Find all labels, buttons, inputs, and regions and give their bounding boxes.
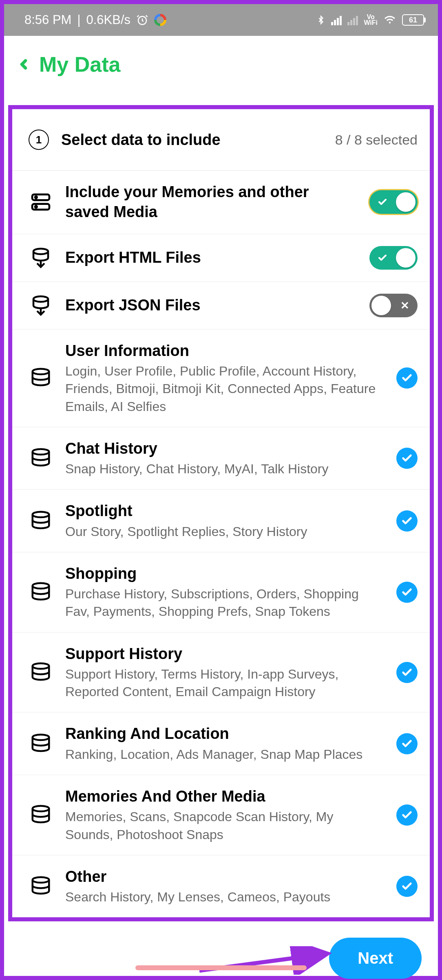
- svg-point-12: [33, 734, 49, 740]
- row-support-history[interactable]: Support History Support History, Terms H…: [12, 633, 430, 713]
- back-button[interactable]: [16, 55, 31, 74]
- status-time: 8:56 PM: [24, 13, 71, 27]
- selection-count: 8 / 8 selected: [335, 132, 418, 148]
- row-title: Other: [65, 867, 380, 887]
- check-memories-media[interactable]: [396, 804, 418, 826]
- svg-point-14: [33, 877, 49, 883]
- step-badge: 1: [29, 130, 49, 150]
- row-title: Spotlight: [65, 501, 380, 521]
- svg-point-5: [33, 248, 48, 254]
- row-label: Export HTML Files: [65, 248, 353, 268]
- check-user-info[interactable]: [396, 367, 418, 389]
- row-subtitle: Purchase History, Subscriptions, Orders,…: [65, 585, 380, 620]
- status-net-speed: 0.6KB/s: [86, 13, 131, 27]
- bluetooth-icon: [316, 14, 325, 26]
- status-bar: 8:56 PM | 0.6KB/s Vo WiFi 61: [4, 4, 438, 36]
- gesture-bar[interactable]: [135, 965, 307, 970]
- check-other[interactable]: [396, 876, 418, 897]
- row-shopping[interactable]: Shopping Purchase History, Subscriptions…: [12, 552, 430, 633]
- row-subtitle: Login, User Profile, Public Profile, Acc…: [65, 363, 380, 415]
- section-title: Select data to include: [61, 131, 335, 149]
- row-export-json: Export JSON Files ✕: [12, 282, 430, 330]
- section-header: 1 Select data to include 8 / 8 selected: [12, 109, 430, 171]
- database-icon: [29, 733, 53, 755]
- row-title: User Information: [65, 341, 380, 361]
- database-icon: [29, 367, 53, 389]
- vowifi-icon: Vo WiFi: [364, 14, 378, 26]
- x-icon: ✕: [400, 299, 409, 312]
- row-subtitle: Search History, My Lenses, Cameos, Payou…: [65, 888, 380, 906]
- export-db-icon: [29, 246, 53, 270]
- signal-2-icon: [347, 15, 358, 25]
- row-title: Support History: [65, 644, 380, 664]
- svg-point-7: [33, 369, 49, 375]
- row-memories-media[interactable]: Memories And Other Media Memories, Scans…: [12, 775, 430, 855]
- svg-point-8: [33, 449, 49, 455]
- database-icon: [29, 447, 53, 469]
- check-support-history[interactable]: [396, 662, 418, 683]
- next-button[interactable]: Next: [329, 938, 422, 979]
- check-shopping[interactable]: [396, 582, 418, 603]
- toggle-export-html[interactable]: [369, 246, 418, 270]
- battery-icon: 61: [402, 14, 426, 26]
- toggle-include-memories[interactable]: [369, 190, 418, 214]
- row-subtitle: Snap History, Chat History, MyAI, Talk H…: [65, 460, 380, 478]
- check-spotlight[interactable]: [396, 510, 418, 532]
- svg-point-6: [33, 296, 48, 302]
- check-ranking-location[interactable]: [396, 733, 418, 754]
- row-label: Include your Memories and other saved Me…: [65, 182, 353, 222]
- signal-1-icon: [331, 15, 342, 25]
- row-spotlight[interactable]: Spotlight Our Story, Spotlight Replies, …: [12, 490, 430, 552]
- svg-point-3: [35, 196, 37, 198]
- row-include-memories: Include your Memories and other saved Me…: [12, 171, 430, 234]
- alarm-icon: [136, 14, 148, 26]
- svg-point-9: [33, 512, 49, 517]
- svg-point-10: [33, 583, 49, 589]
- row-subtitle: Memories, Scans, Snapcode Scan History, …: [65, 808, 380, 843]
- svg-point-11: [33, 663, 49, 669]
- row-subtitle: Ranking, Location, Ads Manager, Snap Map…: [65, 746, 380, 763]
- database-icon: [29, 875, 53, 897]
- database-icon: [29, 581, 53, 603]
- svg-point-13: [33, 806, 49, 811]
- toggle-export-json[interactable]: ✕: [369, 294, 418, 317]
- page-title: My Data: [39, 52, 120, 77]
- export-db-icon: [29, 293, 53, 318]
- row-title: Chat History: [65, 439, 380, 459]
- row-other[interactable]: Other Search History, My Lenses, Cameos,…: [12, 855, 430, 918]
- database-icon: [29, 661, 53, 683]
- row-export-html: Export HTML Files: [12, 234, 430, 282]
- database-icon: [29, 804, 53, 826]
- row-user-info[interactable]: User Information Login, User Profile, Pu…: [12, 330, 430, 427]
- row-title: Ranking And Location: [65, 724, 380, 744]
- footer: Next: [4, 921, 438, 980]
- row-chat-history[interactable]: Chat History Snap History, Chat History,…: [12, 427, 430, 490]
- row-title: Memories And Other Media: [65, 787, 380, 806]
- app-header: My Data: [4, 36, 438, 93]
- server-icon: [29, 191, 53, 213]
- google-icon: [154, 14, 166, 26]
- row-title: Shopping: [65, 564, 380, 584]
- row-subtitle: Our Story, Spotlight Replies, Story Hist…: [65, 523, 380, 541]
- annotation-arrow-icon: [197, 946, 336, 975]
- content-frame: 1 Select data to include 8 / 8 selected …: [8, 105, 434, 921]
- wifi-icon: [383, 15, 396, 25]
- row-ranking-location[interactable]: Ranking And Location Ranking, Location, …: [12, 712, 430, 775]
- row-subtitle: Support History, Terms History, In-app S…: [65, 666, 380, 701]
- database-icon: [29, 510, 53, 532]
- svg-point-4: [35, 206, 37, 208]
- row-label: Export JSON Files: [65, 295, 353, 315]
- check-chat-history[interactable]: [396, 448, 418, 469]
